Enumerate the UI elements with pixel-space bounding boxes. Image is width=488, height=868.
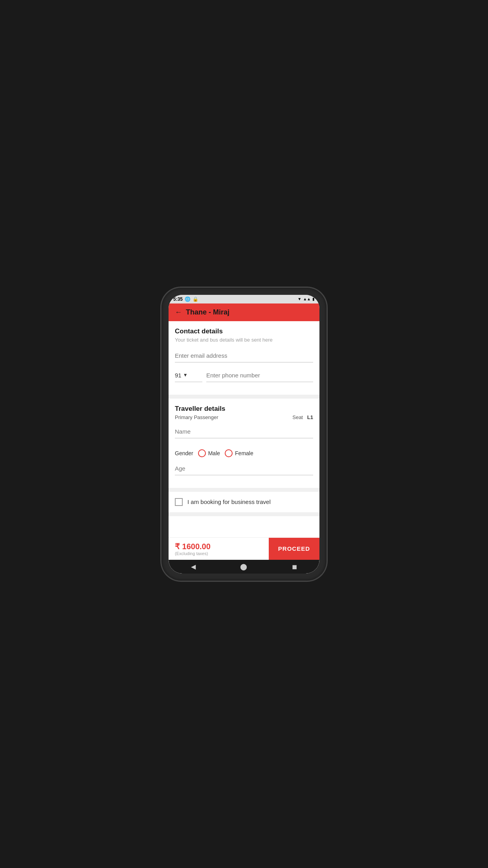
seat-value: L1 xyxy=(307,414,313,420)
male-radio-button[interactable] xyxy=(198,449,206,457)
business-travel-checkbox[interactable] xyxy=(175,498,183,506)
app-bar-title: Thane - Miraj xyxy=(186,308,229,316)
back-nav-icon[interactable]: ◀ xyxy=(191,563,196,570)
gender-male-option[interactable]: Male xyxy=(198,449,220,457)
gender-female-option[interactable]: Female xyxy=(225,449,253,457)
world-icon: 🌐 xyxy=(185,296,191,302)
price-note: (Excluding taxes) xyxy=(175,551,262,556)
status-icons-area: ▼ ▲▲ ▮ xyxy=(297,297,315,301)
female-radio-button[interactable] xyxy=(225,449,233,457)
signal-icon: ▲▲ xyxy=(303,297,311,301)
status-time-area: 5:35 🌐 🔒 xyxy=(173,296,198,302)
app-bar: ← Thane - Miraj xyxy=(169,303,319,321)
male-label: Male xyxy=(208,450,220,456)
country-code-value: 91 xyxy=(175,372,182,379)
traveller-details-section: Traveller details Primary Passenger Seat… xyxy=(169,399,319,488)
dropdown-arrow-icon: ▼ xyxy=(183,372,188,378)
section-divider-2 xyxy=(169,488,319,492)
back-button[interactable]: ← xyxy=(175,308,182,316)
status-bar: 5:35 🌐 🔒 ▼ ▲▲ ▮ xyxy=(169,295,319,303)
gender-row: Gender Male Female xyxy=(175,449,313,457)
price-value: 1600.00 xyxy=(182,542,211,551)
contact-section-title: Contact details xyxy=(175,327,313,335)
time-display: 5:35 xyxy=(173,296,183,302)
section-divider-3 xyxy=(169,512,319,516)
phone-row: 91 ▼ xyxy=(175,369,313,382)
battery-icon: ▮ xyxy=(312,297,315,301)
passenger-row: Primary Passenger Seat L1 xyxy=(175,414,313,420)
business-travel-section: I am booking for business travel xyxy=(169,492,319,512)
email-input[interactable] xyxy=(175,349,313,362)
content-area: Contact details Your ticket and bus deta… xyxy=(169,321,319,537)
traveller-section-title: Traveller details xyxy=(175,405,313,413)
name-input[interactable] xyxy=(175,425,313,438)
bottom-bar: ₹ 1600.00 (Excluding taxes) PROCEED xyxy=(169,537,319,560)
wifi-icon: ▼ xyxy=(297,297,301,301)
phone-frame: 5:35 🌐 🔒 ▼ ▲▲ ▮ ← Thane - Miraj Contact … xyxy=(161,288,327,581)
business-travel-label: I am booking for business travel xyxy=(187,498,271,505)
lock-icon: 🔒 xyxy=(193,296,198,302)
contact-details-section: Contact details Your ticket and bus deta… xyxy=(169,321,319,395)
proceed-button[interactable]: PROCEED xyxy=(269,538,319,560)
age-input[interactable] xyxy=(175,462,313,475)
gender-label: Gender xyxy=(175,450,193,456)
phone-input[interactable] xyxy=(206,369,313,382)
country-code-selector[interactable]: 91 ▼ xyxy=(175,372,202,382)
rupee-symbol: ₹ xyxy=(175,542,180,551)
section-divider-1 xyxy=(169,395,319,399)
phone-screen: 5:35 🌐 🔒 ▼ ▲▲ ▮ ← Thane - Miraj Contact … xyxy=(169,295,319,574)
home-nav-icon[interactable]: ⬤ xyxy=(240,563,247,570)
price-section: ₹ 1600.00 (Excluding taxes) xyxy=(169,538,269,560)
female-label: Female xyxy=(235,450,253,456)
price-display: ₹ 1600.00 xyxy=(175,542,262,551)
seat-info: Seat L1 xyxy=(292,414,313,420)
contact-section-subtitle: Your ticket and bus details will be sent… xyxy=(175,337,313,343)
nav-bar: ◀ ⬤ ◼ xyxy=(169,560,319,574)
seat-label-text: Seat xyxy=(292,414,303,420)
recents-nav-icon[interactable]: ◼ xyxy=(292,563,297,570)
passenger-label: Primary Passenger xyxy=(175,414,218,420)
